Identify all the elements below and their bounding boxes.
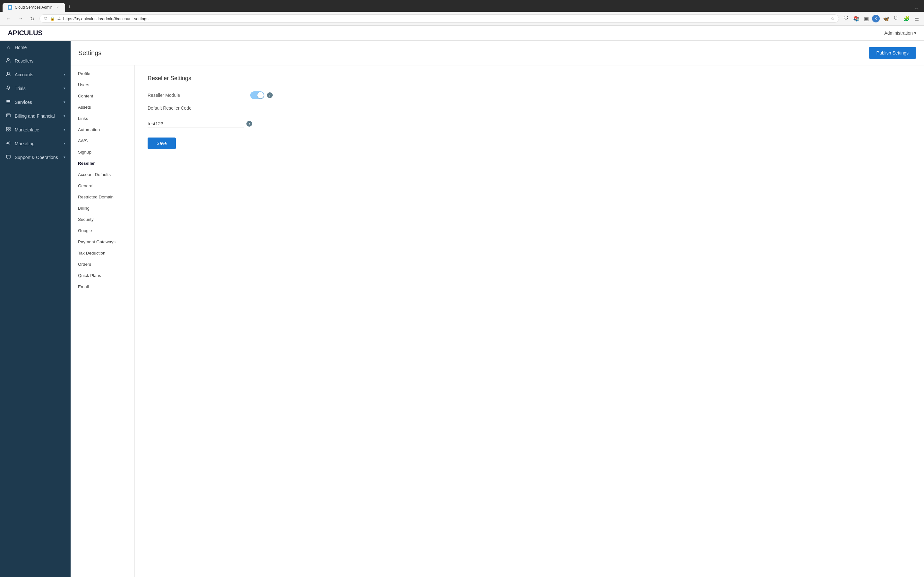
reseller-module-info-icon[interactable]: i [267,92,273,98]
address-bar[interactable]: 🛡 🔒 ⇄ ☆ [39,15,839,23]
settings-nav-assets[interactable]: Assets [71,102,134,113]
sidebar-item-billing[interactable]: Billing and Financial ▾ [0,109,71,123]
sidebar-item-label: Services [15,100,60,105]
sidebar-item-marketing[interactable]: Marketing ▾ [0,137,71,150]
sidebar-item-label: Support & Operations [15,155,60,160]
browser-action-buttons: 🛡 📚 ▣ K 🦋 🛡 🧩 ☰ [842,15,920,23]
settings-nav-content[interactable]: Content [71,90,134,102]
active-tab[interactable]: Cloud Services Admin × [3,3,65,12]
url-input[interactable] [63,16,828,21]
sidebar-item-resellers[interactable]: Resellers [0,54,71,68]
svg-rect-6 [6,103,10,103]
tab-expand-icon: ⌄ [911,4,921,11]
reader-mode-icon[interactable]: ▣ [863,15,870,23]
reseller-code-info-icon[interactable]: i [246,121,252,127]
admin-chevron-icon: ▾ [914,31,916,35]
tab-close-button[interactable]: × [55,5,60,10]
menu-icon[interactable]: ☰ [913,15,920,23]
trials-icon [5,85,11,91]
home-icon: ⌂ [5,45,11,50]
settings-nav-reseller[interactable]: Reseller [71,158,134,169]
settings-extension-icon[interactable]: 🛡 [893,15,900,22]
sidebar-item-trials[interactable]: Trials ▾ [0,81,71,95]
app-header: APICULUS Administration ▾ [0,26,924,41]
services-icon [5,99,11,105]
save-button[interactable]: Save [148,137,176,149]
settings-nav-tax-deduction[interactable]: Tax Deduction [71,247,134,259]
extensions-icon[interactable]: 🧩 [902,15,911,23]
svg-point-1 [7,58,9,60]
sidebar-item-support[interactable]: Support & Operations ▾ [0,150,71,164]
svg-rect-12 [9,129,10,131]
page-title: Settings [78,49,102,57]
sidebar-item-accounts[interactable]: Accounts ▾ [0,68,71,81]
marketplace-icon [5,127,11,133]
refresh-button[interactable]: ↻ [28,15,36,23]
sidebar-item-label: Accounts [15,72,60,77]
reseller-module-label: Reseller Module [148,93,244,98]
forward-button[interactable]: → [16,15,25,22]
svg-rect-8 [7,116,8,116]
admin-menu[interactable]: Administration ▾ [884,31,916,35]
tab-favicon [8,5,12,10]
settings-nav-users[interactable]: Users [71,79,134,90]
reseller-module-toggle-container: i [250,91,911,99]
marketplace-chevron-icon: ▾ [63,127,65,132]
settings-nav-signup[interactable]: Signup [71,147,134,158]
marketing-chevron-icon: ▾ [63,141,65,145]
shield-action-icon[interactable]: 🛡 [842,15,850,22]
settings-nav-payment-gateways[interactable]: Payment Gateways [71,236,134,247]
settings-nav-email[interactable]: Email [71,281,134,292]
svg-rect-10 [9,127,10,129]
svg-rect-13 [7,143,8,144]
bookmark-icon[interactable]: ☆ [830,16,835,21]
settings-nav-billing[interactable]: Billing [71,203,134,214]
sidebar-item-label: Trials [15,86,60,91]
trials-chevron-icon: ▾ [63,86,65,90]
extension-icon[interactable]: 🦋 [882,15,891,23]
resellers-icon [5,58,11,64]
redirect-icon: ⇄ [57,16,61,21]
svg-point-0 [9,6,11,9]
svg-rect-9 [6,127,8,129]
sidebar-item-label: Marketing [15,141,60,146]
back-button[interactable]: ← [4,15,13,22]
sidebar-item-marketplace[interactable]: Marketplace ▾ [0,123,71,137]
sidebar-item-label: Billing and Financial [15,113,60,119]
reseller-code-input[interactable] [148,119,244,128]
reseller-code-row: Default Reseller Code i [148,105,911,128]
new-tab-button[interactable]: + [65,3,74,12]
settings-nav-google[interactable]: Google [71,225,134,236]
toggle-slider [250,91,264,99]
settings-nav-general[interactable]: General [71,180,134,191]
profile-icon[interactable]: K [872,15,880,23]
settings-nav-automation[interactable]: Automation [71,124,134,135]
settings-nav-links[interactable]: Links [71,113,134,124]
bookmarks-icon[interactable]: 📚 [852,15,861,23]
billing-chevron-icon: ▾ [63,114,65,118]
accounts-chevron-icon: ▾ [63,73,65,77]
svg-rect-14 [6,155,10,158]
accounts-icon [5,71,11,77]
sidebar-item-home[interactable]: ⌂ Home [0,41,71,54]
svg-point-2 [7,72,9,74]
settings-nav-profile[interactable]: Profile [71,68,134,79]
settings-nav-security[interactable]: Security [71,214,134,225]
reseller-code-input-group: i [148,119,252,128]
marketing-icon [5,140,11,147]
settings-nav-account-defaults[interactable]: Account Defaults [71,169,134,180]
security-icon: 🛡 [44,16,47,21]
settings-nav-quick-plans[interactable]: Quick Plans [71,270,134,281]
settings-nav-restricted-domain[interactable]: Restricted Domain [71,191,134,203]
svg-rect-11 [6,129,8,131]
sidebar-item-label: Resellers [15,58,65,63]
settings-nav-orders[interactable]: Orders [71,259,134,270]
publish-settings-button[interactable]: Publish Settings [869,47,916,59]
reseller-settings-panel: Reseller Settings Reseller Module i [135,65,924,577]
settings-nav-aws[interactable]: AWS [71,135,134,147]
settings-layout: Profile Users Content Assets Links Autom… [71,65,924,577]
settings-nav: Profile Users Content Assets Links Autom… [71,65,135,577]
services-chevron-icon: ▾ [63,100,65,104]
reseller-module-toggle[interactable] [250,91,264,99]
sidebar-item-services[interactable]: Services ▾ [0,95,71,109]
